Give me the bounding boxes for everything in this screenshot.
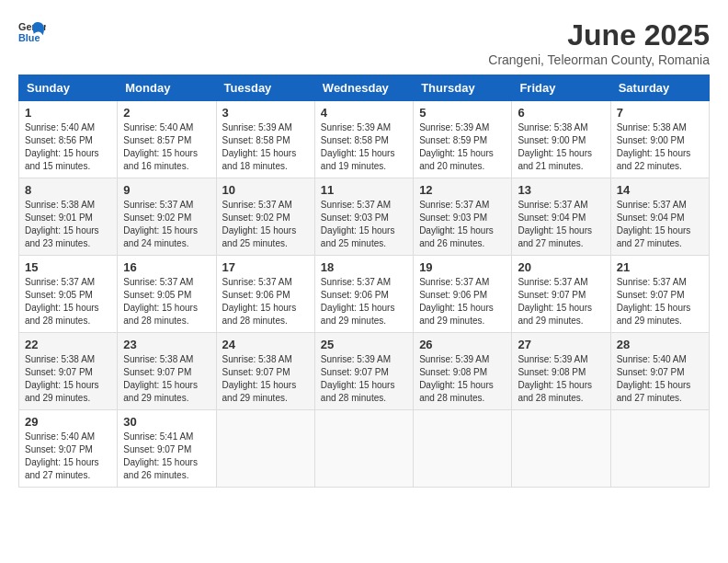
day-info: Sunrise: 5:40 AMSunset: 9:07 PMDaylight:… <box>617 353 703 405</box>
day-info: Sunrise: 5:38 AMSunset: 9:07 PMDaylight:… <box>123 353 210 405</box>
day-info: Sunrise: 5:39 AMSunset: 8:58 PMDaylight:… <box>321 121 407 173</box>
day-number: 6 <box>518 106 604 120</box>
day-number: 22 <box>25 338 111 351</box>
day-cell-4: 4Sunrise: 5:39 AMSunset: 8:58 PMDaylight… <box>314 101 413 178</box>
day-number: 19 <box>419 260 506 274</box>
location-title: Crangeni, Teleorman County, Romania <box>488 52 710 67</box>
day-info: Sunrise: 5:37 AMSunset: 9:05 PMDaylight:… <box>123 276 210 327</box>
day-cell-22: 22Sunrise: 5:38 AMSunset: 9:07 PMDayligh… <box>19 333 118 410</box>
column-header-sunday: Sunday <box>19 75 118 101</box>
day-number: 8 <box>25 183 111 197</box>
day-info: Sunrise: 5:37 AMSunset: 9:03 PMDaylight:… <box>321 199 407 250</box>
day-info: Sunrise: 5:37 AMSunset: 9:05 PMDaylight:… <box>25 276 111 327</box>
day-info: Sunrise: 5:38 AMSunset: 9:07 PMDaylight:… <box>222 353 309 405</box>
day-number: 21 <box>617 260 703 274</box>
day-cell-15: 15Sunrise: 5:37 AMSunset: 9:05 PMDayligh… <box>19 256 118 333</box>
column-header-monday: Monday <box>118 75 216 101</box>
day-number: 29 <box>25 415 111 429</box>
empty-cell <box>414 410 512 488</box>
day-cell-8: 8Sunrise: 5:38 AMSunset: 9:01 PMDaylight… <box>19 178 118 256</box>
title-section: June 2025 Crangeni, Teleorman County, Ro… <box>488 18 710 67</box>
calendar-header: SundayMondayTuesdayWednesdayThursdayFrid… <box>19 75 710 101</box>
day-number: 23 <box>123 338 210 351</box>
day-cell-10: 10Sunrise: 5:37 AMSunset: 9:02 PMDayligh… <box>216 178 314 256</box>
day-info: Sunrise: 5:37 AMSunset: 9:03 PMDaylight:… <box>419 199 506 250</box>
day-number: 1 <box>25 106 111 120</box>
empty-cell <box>314 410 413 488</box>
day-number: 16 <box>123 260 210 274</box>
day-cell-6: 6Sunrise: 5:38 AMSunset: 9:00 PMDaylight… <box>512 101 610 178</box>
calendar-week-1: 1Sunrise: 5:40 AMSunset: 8:56 PMDaylight… <box>19 101 710 178</box>
day-info: Sunrise: 5:37 AMSunset: 9:04 PMDaylight:… <box>518 199 604 250</box>
day-number: 10 <box>222 183 309 197</box>
day-info: Sunrise: 5:38 AMSunset: 9:07 PMDaylight:… <box>25 353 111 405</box>
day-info: Sunrise: 5:38 AMSunset: 9:00 PMDaylight:… <box>617 121 703 173</box>
day-cell-30: 30Sunrise: 5:41 AMSunset: 9:07 PMDayligh… <box>118 410 216 488</box>
day-info: Sunrise: 5:37 AMSunset: 9:07 PMDaylight:… <box>518 276 604 327</box>
day-info: Sunrise: 5:37 AMSunset: 9:07 PMDaylight:… <box>617 276 703 327</box>
day-cell-18: 18Sunrise: 5:37 AMSunset: 9:06 PMDayligh… <box>314 256 413 333</box>
day-number: 5 <box>419 106 506 120</box>
day-cell-19: 19Sunrise: 5:37 AMSunset: 9:06 PMDayligh… <box>414 256 512 333</box>
column-header-thursday: Thursday <box>414 75 512 101</box>
day-info: Sunrise: 5:37 AMSunset: 9:06 PMDaylight:… <box>419 276 506 327</box>
column-header-wednesday: Wednesday <box>314 75 413 101</box>
day-cell-29: 29Sunrise: 5:40 AMSunset: 9:07 PMDayligh… <box>19 410 118 488</box>
day-cell-25: 25Sunrise: 5:39 AMSunset: 9:07 PMDayligh… <box>314 333 413 410</box>
month-title: June 2025 <box>488 18 710 52</box>
day-cell-9: 9Sunrise: 5:37 AMSunset: 9:02 PMDaylight… <box>118 178 216 256</box>
day-cell-11: 11Sunrise: 5:37 AMSunset: 9:03 PMDayligh… <box>314 178 413 256</box>
day-info: Sunrise: 5:37 AMSunset: 9:04 PMDaylight:… <box>617 199 703 250</box>
empty-cell <box>610 410 709 488</box>
day-info: Sunrise: 5:40 AMSunset: 8:57 PMDaylight:… <box>123 121 210 173</box>
column-header-saturday: Saturday <box>610 75 709 101</box>
page-header: General Blue June 2025 Crangeni, Teleorm… <box>18 18 710 67</box>
day-cell-14: 14Sunrise: 5:37 AMSunset: 9:04 PMDayligh… <box>610 178 709 256</box>
day-cell-1: 1Sunrise: 5:40 AMSunset: 8:56 PMDaylight… <box>19 101 118 178</box>
day-number: 18 <box>321 260 407 274</box>
day-cell-16: 16Sunrise: 5:37 AMSunset: 9:05 PMDayligh… <box>118 256 216 333</box>
day-info: Sunrise: 5:39 AMSunset: 8:59 PMDaylight:… <box>419 121 506 173</box>
day-cell-5: 5Sunrise: 5:39 AMSunset: 8:59 PMDaylight… <box>414 101 512 178</box>
day-cell-26: 26Sunrise: 5:39 AMSunset: 9:08 PMDayligh… <box>414 333 512 410</box>
day-info: Sunrise: 5:39 AMSunset: 9:08 PMDaylight:… <box>518 353 604 405</box>
day-number: 24 <box>222 338 309 351</box>
day-cell-24: 24Sunrise: 5:38 AMSunset: 9:07 PMDayligh… <box>216 333 314 410</box>
day-info: Sunrise: 5:37 AMSunset: 9:02 PMDaylight:… <box>123 199 210 250</box>
day-info: Sunrise: 5:39 AMSunset: 9:08 PMDaylight:… <box>419 353 506 405</box>
day-number: 30 <box>123 415 210 429</box>
calendar-body: 1Sunrise: 5:40 AMSunset: 8:56 PMDaylight… <box>19 101 710 488</box>
day-info: Sunrise: 5:38 AMSunset: 9:00 PMDaylight:… <box>518 121 604 173</box>
calendar-table: SundayMondayTuesdayWednesdayThursdayFrid… <box>18 75 710 488</box>
calendar-week-2: 8Sunrise: 5:38 AMSunset: 9:01 PMDaylight… <box>19 178 710 256</box>
day-number: 7 <box>617 106 703 120</box>
day-cell-3: 3Sunrise: 5:39 AMSunset: 8:58 PMDaylight… <box>216 101 314 178</box>
column-header-tuesday: Tuesday <box>216 75 314 101</box>
calendar-week-3: 15Sunrise: 5:37 AMSunset: 9:05 PMDayligh… <box>19 256 710 333</box>
day-number: 15 <box>25 260 111 274</box>
calendar-week-4: 22Sunrise: 5:38 AMSunset: 9:07 PMDayligh… <box>19 333 710 410</box>
day-info: Sunrise: 5:38 AMSunset: 9:01 PMDaylight:… <box>25 199 111 250</box>
day-cell-7: 7Sunrise: 5:38 AMSunset: 9:00 PMDaylight… <box>610 101 709 178</box>
day-number: 26 <box>419 338 506 351</box>
day-number: 27 <box>518 338 604 351</box>
empty-cell <box>512 410 610 488</box>
day-cell-17: 17Sunrise: 5:37 AMSunset: 9:06 PMDayligh… <box>216 256 314 333</box>
day-info: Sunrise: 5:40 AMSunset: 8:56 PMDaylight:… <box>25 121 111 173</box>
day-number: 20 <box>518 260 604 274</box>
column-header-friday: Friday <box>512 75 610 101</box>
day-cell-12: 12Sunrise: 5:37 AMSunset: 9:03 PMDayligh… <box>414 178 512 256</box>
day-cell-20: 20Sunrise: 5:37 AMSunset: 9:07 PMDayligh… <box>512 256 610 333</box>
logo: General Blue <box>18 18 46 46</box>
day-cell-28: 28Sunrise: 5:40 AMSunset: 9:07 PMDayligh… <box>610 333 709 410</box>
day-info: Sunrise: 5:39 AMSunset: 8:58 PMDaylight:… <box>222 121 309 173</box>
day-number: 2 <box>123 106 210 120</box>
day-number: 25 <box>321 338 407 351</box>
day-number: 17 <box>222 260 309 274</box>
day-cell-2: 2Sunrise: 5:40 AMSunset: 8:57 PMDaylight… <box>118 101 216 178</box>
day-info: Sunrise: 5:39 AMSunset: 9:07 PMDaylight:… <box>321 353 407 405</box>
day-info: Sunrise: 5:37 AMSunset: 9:02 PMDaylight:… <box>222 199 309 250</box>
day-info: Sunrise: 5:40 AMSunset: 9:07 PMDaylight:… <box>25 431 111 482</box>
day-cell-23: 23Sunrise: 5:38 AMSunset: 9:07 PMDayligh… <box>118 333 216 410</box>
calendar-week-5: 29Sunrise: 5:40 AMSunset: 9:07 PMDayligh… <box>19 410 710 488</box>
